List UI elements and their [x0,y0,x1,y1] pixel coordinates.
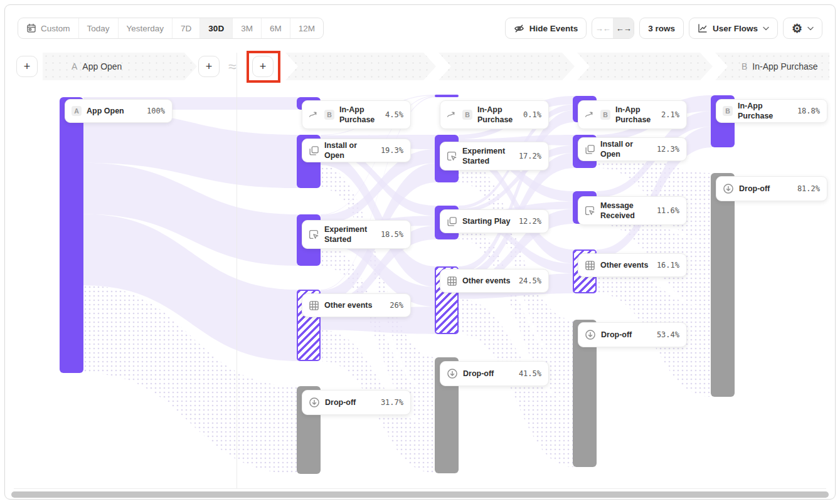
column-width-toggle: →← ←→ [592,18,634,39]
node-label: Drop-off [325,397,376,407]
flow-node-experiment-started[interactable]: Experiment Started17.2% [440,142,549,171]
step-letter-badge: B [600,110,610,120]
approx-break-icon: ≈ [228,58,237,75]
node-percentage: 26% [390,301,403,310]
node-label: In-App Purchase [339,105,380,125]
rows-button[interactable]: 3 rows [639,18,684,39]
expand-columns-icon[interactable]: ←→ [613,18,634,38]
horizontal-scrollbar[interactable] [11,491,829,498]
chevron-down-icon [763,26,769,31]
node-label: Other events [462,276,514,286]
flow-node-in-app-purchase[interactable]: BIn-App Purchase4.5% [302,100,411,129]
date-range-12m[interactable]: 12M [290,18,323,38]
flow-node-drop-off[interactable]: Drop-off41.5% [440,361,549,386]
node-label: Message Received [600,201,652,221]
flow-bar-app-open[interactable] [60,97,83,373]
step-band-start: A App Open [43,53,197,80]
date-range-7d[interactable]: 7D [172,18,199,38]
flow-node-drop-off[interactable]: Drop-off31.7% [302,390,411,415]
node-label: Drop-off [463,369,514,379]
node-label: Drop-off [739,184,792,194]
add-start-step-button[interactable]: + [16,56,38,77]
toolbar: CustomTodayYesterday7D30D3M6M12M Hide Ev… [18,18,822,39]
flow-node-other-events[interactable]: Other events24.5% [440,269,549,293]
step-band-3 [439,53,575,80]
flow-node-app-open[interactable]: AApp Open100% [65,99,173,123]
flow-node-drop-off[interactable]: Drop-off53.4% [578,322,687,347]
flow-node-install-or-open[interactable]: Install or Open12.3% [578,137,687,161]
eye-off-icon [514,23,524,34]
date-range-yesterday[interactable]: Yesterday [118,18,173,38]
click-icon [309,229,319,240]
flow-node-other-events[interactable]: Other events26% [302,293,411,317]
annotation-highlight [247,51,280,83]
date-range-today[interactable]: Today [78,18,118,38]
user-flows-panel: CustomTodayYesterday7D30D3M6M12M Hide Ev… [4,4,836,500]
step-badge: A [72,61,77,71]
date-range-selector: CustomTodayYesterday7D30D3M6M12M [18,18,324,39]
node-label: Experiment Started [324,224,376,245]
node-percentage: 0.1% [523,110,541,119]
node-label: Drop-off [601,330,652,340]
date-range-30d[interactable]: 30D [199,18,232,38]
node-label: Other events [600,260,652,270]
date-range-3m[interactable]: 3M [232,18,261,38]
flow-node-in-app-purchase[interactable]: BIn-App Purchase2.1% [578,100,687,129]
dropoff-icon [447,368,458,379]
flow-node-message-received[interactable]: Message Received11.6% [578,196,687,225]
view-label: User Flows [713,24,758,33]
grid-icon [309,300,319,311]
node-percentage: 12.2% [519,217,541,226]
flows-chart-icon [698,23,708,33]
node-percentage: 53.4% [657,330,679,339]
flow-bar-in-app-purchase[interactable] [435,95,459,97]
click-icon [585,206,595,216]
flow-node-in-app-purchase[interactable]: BIn-App Purchase18.8% [716,99,827,123]
step-letter-badge: A [72,106,82,116]
node-percentage: 17.2% [519,152,541,160]
copy-icon [447,216,457,227]
node-label: In-App Purchase [738,101,792,122]
node-percentage: 4.5% [385,110,403,119]
node-label: Other events [324,300,385,310]
section-divider [237,53,237,488]
rows-label: 3 rows [648,24,675,33]
collapse-columns-icon[interactable]: →← [592,18,613,38]
flow-node-drop-off[interactable]: Drop-off81.2% [716,176,827,201]
add-step-after-start-button[interactable]: + [198,56,220,77]
view-selector[interactable]: User Flows [689,18,778,39]
node-percentage: 81.2% [797,184,820,193]
flow-bar-drop-off[interactable] [711,173,735,397]
flow-node-experiment-started[interactable]: Experiment Started18.5% [302,220,411,249]
dropoff-icon [585,329,596,340]
grid-icon [447,276,457,286]
click-icon [447,151,457,162]
node-percentage: 31.7% [381,398,403,407]
hide-events-label: Hide Events [529,24,578,33]
node-label: Install or Open [324,140,376,161]
step-letter-badge: B [324,110,334,120]
node-percentage: 41.5% [519,369,541,378]
copy-icon [585,144,595,155]
settings-button[interactable]: ⚙ [783,18,822,39]
flow-node-other-events[interactable]: Other events16.1% [578,253,687,277]
flow-node-starting-play[interactable]: Starting Play12.2% [440,209,549,233]
node-percentage: 11.6% [657,206,679,215]
flow-node-install-or-open[interactable]: Install or Open19.3% [302,139,411,162]
trend-icon [585,110,595,120]
grid-icon [585,260,595,271]
trend-icon [447,110,457,120]
dropoff-icon [309,397,320,408]
step-label: In-App Purchase [752,61,817,71]
date-range-6m[interactable]: 6M [261,18,290,38]
node-label: In-App Purchase [615,105,656,125]
step-letter-badge: B [462,110,472,120]
hide-events-button[interactable]: Hide Events [505,18,587,39]
node-percentage: 12.3% [657,145,679,154]
gear-icon: ⚙ [792,23,802,34]
node-percentage: 19.3% [381,146,403,155]
date-range-custom[interactable]: Custom [18,18,78,38]
flow-node-in-app-purchase[interactable]: BIn-App Purchase0.1% [440,100,549,129]
node-label: Install or Open [600,139,652,160]
step-label: App Open [82,61,122,71]
